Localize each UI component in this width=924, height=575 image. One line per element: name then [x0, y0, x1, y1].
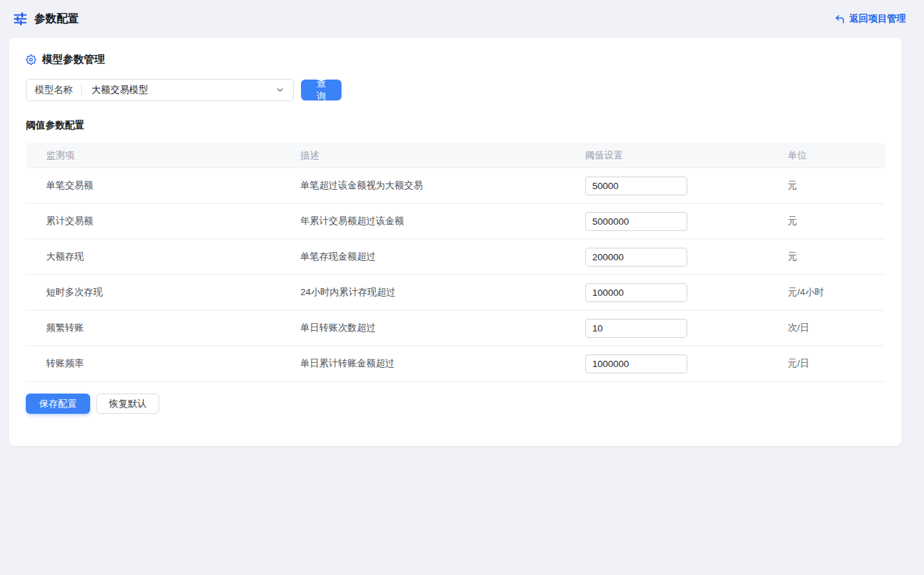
restore-default-button[interactable]: 恢复默认 [96, 394, 159, 414]
back-to-project-link[interactable]: 返回项目管理 [835, 13, 906, 25]
top-bar-title-group: 参数配置 [13, 11, 79, 27]
threshold-input[interactable] [585, 212, 687, 231]
threshold-input[interactable] [585, 319, 687, 338]
unit-label: 元 [788, 179, 885, 192]
sliders-icon [13, 11, 28, 27]
monitor-item-label: 频繁转账 [26, 322, 300, 334]
chevron-down-icon [275, 85, 293, 95]
query-button[interactable]: 查询 [301, 80, 342, 100]
monitor-item-label: 转账频率 [26, 357, 300, 370]
page-title: 参数配置 [34, 12, 79, 27]
unit-label: 元/日 [788, 357, 885, 370]
top-bar: 参数配置 返回项目管理 [0, 0, 924, 38]
table-row: 短时多次存现 24小时内累计存现超过 元/4小时 [26, 275, 885, 311]
model-name-select[interactable]: 模型名称 大额交易模型 [26, 79, 294, 101]
col-header-desc: 描述 [300, 149, 585, 162]
panel-title-row: 模型参数管理 [26, 53, 885, 66]
monitor-item-desc: 年累计交易额超过该金额 [300, 215, 585, 227]
monitor-item-desc: 单日累计转账金额超过 [300, 357, 585, 370]
monitor-item-label: 大额存现 [26, 251, 300, 263]
threshold-section-title: 阈值参数配置 [26, 119, 885, 132]
model-name-value: 大额交易模型 [82, 84, 275, 96]
panel-title: 模型参数管理 [42, 53, 105, 66]
col-header-threshold: 阈值设置 [585, 149, 788, 162]
gear-icon [26, 54, 36, 65]
threshold-input[interactable] [585, 354, 687, 373]
unit-label: 元/4小时 [788, 286, 885, 299]
unit-label: 次/日 [788, 322, 885, 334]
threshold-input[interactable] [585, 248, 687, 267]
threshold-input[interactable] [585, 177, 687, 195]
monitor-item-desc: 24小时内累计存现超过 [300, 286, 585, 299]
unit-label: 元 [788, 251, 885, 263]
unit-label: 元 [788, 215, 885, 227]
col-header-item: 监测项 [26, 149, 300, 162]
monitor-item-desc: 单日转账次数超过 [300, 322, 585, 334]
table-row: 单笔交易额 单笔超过该金额视为大额交易 元 [26, 168, 885, 204]
monitor-item-desc: 单笔存现金额超过 [300, 251, 585, 263]
footer-actions: 保存配置 恢复默认 [26, 394, 885, 414]
query-row: 模型名称 大额交易模型 查询 [26, 79, 885, 101]
table-row: 累计交易额 年累计交易额超过该金额 元 [26, 204, 885, 239]
undo-arrow-icon [835, 14, 845, 24]
col-header-unit: 单位 [788, 149, 885, 162]
table-row: 大额存现 单笔存现金额超过 元 [26, 239, 885, 275]
threshold-table: 监测项 描述 阈值设置 单位 单笔交易额 单笔超过该金额视为大额交易 元 累计交… [26, 143, 885, 382]
monitor-item-label: 累计交易额 [26, 215, 300, 227]
monitor-item-desc: 单笔超过该金额视为大额交易 [300, 179, 585, 192]
monitor-item-label: 短时多次存现 [26, 286, 300, 299]
save-config-button[interactable]: 保存配置 [26, 394, 90, 414]
model-name-label: 模型名称 [27, 84, 81, 96]
back-link-label: 返回项目管理 [849, 13, 906, 25]
table-header-row: 监测项 描述 阈值设置 单位 [26, 143, 885, 168]
monitor-item-label: 单笔交易额 [26, 179, 300, 192]
model-parameter-card: 模型参数管理 模型名称 大额交易模型 查询 阈值参数配置 监测项 描述 阈值设置… [9, 38, 902, 446]
table-row: 转账频率 单日累计转账金额超过 元/日 [26, 346, 885, 382]
table-row: 频繁转账 单日转账次数超过 次/日 [26, 311, 885, 346]
threshold-input[interactable] [585, 283, 687, 302]
